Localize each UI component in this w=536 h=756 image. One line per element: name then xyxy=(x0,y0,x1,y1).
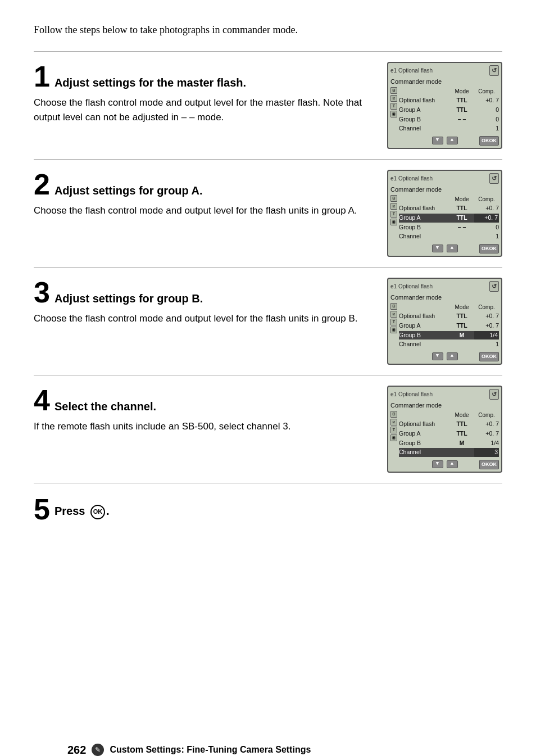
lcd-header-mode: Mode xyxy=(449,303,474,311)
lcd-topbar: e1 Optional flash↺ xyxy=(390,281,499,292)
lcd-icons-column: ⊟☑T▣ xyxy=(390,303,397,350)
lcd-back-button[interactable]: ↺ xyxy=(489,173,499,184)
footer-text: Custom Settings: Fine-Tuning Camera Sett… xyxy=(110,743,311,756)
lcd-data-row-1: Group ATTL+0. 7 xyxy=(399,214,499,223)
lcd-up-button[interactable]: ▲ xyxy=(447,460,458,468)
step-5-label: Press OK. xyxy=(50,495,110,519)
lcd-row-comp-3: 1 xyxy=(474,340,499,349)
step-4-body: If the remote flash units include an SB-… xyxy=(34,419,371,434)
lcd-row-label-3: Channel xyxy=(399,232,449,241)
lcd-icon-0: ⊟ xyxy=(390,195,397,202)
lcd-header-row: ModeComp. xyxy=(399,303,499,311)
lcd-row-mode-0: TTL xyxy=(449,312,474,321)
lcd-row-label-1: Group A xyxy=(399,322,449,331)
lcd-row-comp-3: 3 xyxy=(474,448,499,457)
lcd-back-button[interactable]: ↺ xyxy=(489,389,499,400)
lcd-tab-label: e1 Optional flash xyxy=(390,390,433,399)
lcd-data-row-2: Group BM1/4 xyxy=(399,331,499,340)
ok-button-icon: OK xyxy=(90,505,105,519)
lcd-data-row-1: Group ATTL+0. 7 xyxy=(399,322,499,331)
lcd-header-comp.: Comp. xyxy=(474,195,499,203)
lcd-row-mode-2: M xyxy=(449,439,474,448)
lcd-icon-1: ☑ xyxy=(390,203,397,210)
lcd-icon-2: T xyxy=(390,427,397,433)
lcd-tab-label: e1 Optional flash xyxy=(390,174,433,183)
lcd-icon-3: ▣ xyxy=(390,111,397,117)
lcd-title: Commander mode xyxy=(390,293,499,302)
lcd-topbar: e1 Optional flash↺ xyxy=(390,173,499,184)
lcd-row-comp-1: +0. 7 xyxy=(474,214,499,223)
lcd-row-comp-2: 0 xyxy=(474,223,499,232)
lcd-down-button[interactable]: ▼ xyxy=(432,352,443,360)
lcd-title: Commander mode xyxy=(390,77,499,87)
lcd-row-label-0: Optional flash xyxy=(399,204,449,213)
lcd-up-button[interactable]: ▲ xyxy=(447,245,458,252)
step-4-title: Select the channel. xyxy=(50,391,156,415)
step-3-number: 3 xyxy=(34,278,50,307)
pencil-icon xyxy=(92,744,104,756)
step-2-body: Choose the flash control mode and output… xyxy=(34,203,371,218)
lcd-header-comp.: Comp. xyxy=(474,87,499,96)
lcd-row-mode-2: – – xyxy=(449,115,474,124)
lcd-topbar: e1 Optional flash↺ xyxy=(390,389,499,400)
step-5-number: 5 xyxy=(34,495,50,524)
lcd-header-comp.: Comp. xyxy=(474,303,499,311)
lcd-header-mode: Mode xyxy=(449,195,474,203)
intro-text: Follow the steps below to take photograp… xyxy=(34,22,502,38)
lcd-header-mode: Mode xyxy=(449,411,474,419)
lcd-ok-button[interactable]: OKOK xyxy=(479,244,499,254)
lcd-icon-0: ⊟ xyxy=(390,411,397,418)
lcd-icon-0: ⊟ xyxy=(390,303,397,310)
lcd-header-comp.: Comp. xyxy=(474,411,499,419)
step-4-left: 4Select the channel.If the remote flash … xyxy=(34,386,371,434)
lcd-row-mode-2: M xyxy=(449,331,474,340)
lcd-title: Commander mode xyxy=(390,401,499,410)
lcd-row-comp-2: 1/4 xyxy=(474,331,499,340)
lcd-row-label-2: Group B xyxy=(399,223,449,232)
lcd-up-button[interactable]: ▲ xyxy=(447,352,458,360)
lcd-ok-button[interactable]: OKOK xyxy=(479,460,499,470)
lcd-back-button[interactable]: ↺ xyxy=(489,281,499,292)
lcd-row-label-1: Group A xyxy=(399,214,449,223)
lcd-row-label-2: Group B xyxy=(399,115,449,124)
lcd-row-label-3: Channel xyxy=(399,340,449,349)
lcd-ok-button[interactable]: OKOK xyxy=(479,352,499,362)
step-1-title: Adjust settings for the master flash. xyxy=(50,67,246,91)
lcd-icon-1: ☑ xyxy=(390,419,397,425)
lcd-icon-1: ☑ xyxy=(390,311,397,318)
lcd-data-row-3: Channel3 xyxy=(399,448,499,457)
lcd-down-button[interactable]: ▼ xyxy=(432,245,443,252)
lcd-row-label-2: Group B xyxy=(399,331,449,340)
lcd-data-row-1: Group ATTL0 xyxy=(399,106,499,115)
lcd-row-label-2: Group B xyxy=(399,439,449,448)
lcd-data-row-2: Group B– –0 xyxy=(399,115,499,124)
step-1-section: 1Adjust settings for the master flash.Ch… xyxy=(34,52,502,160)
lcd-row-mode-1: TTL xyxy=(449,106,474,115)
step-2-lcd: e1 Optional flash↺Commander mode⊟☑T▣Mode… xyxy=(384,170,502,257)
lcd-tab-label: e1 Optional flash xyxy=(390,282,433,291)
lcd-down-button[interactable]: ▼ xyxy=(432,460,443,468)
lcd-row-comp-1: 0 xyxy=(474,106,499,115)
lcd-row-comp-2: 1/4 xyxy=(474,439,499,448)
lcd-data-row-0: Optional flashTTL+0. 7 xyxy=(399,312,499,321)
lcd-down-button[interactable]: ▼ xyxy=(432,137,443,144)
lcd-icons-column: ⊟☑T▣ xyxy=(390,195,397,242)
lcd-icon-1: ☑ xyxy=(390,95,397,102)
lcd-data-row-3: Channel1 xyxy=(399,340,499,349)
lcd-row-label-1: Group A xyxy=(399,429,449,438)
lcd-up-button[interactable]: ▲ xyxy=(447,137,458,144)
lcd-ok-button[interactable]: OKOK xyxy=(479,136,499,146)
lcd-row-comp-0: +0. 7 xyxy=(474,420,499,429)
step-4-section: 4Select the channel.If the remote flash … xyxy=(34,375,502,483)
step-4-lcd: e1 Optional flash↺Commander mode⊟☑T▣Mode… xyxy=(384,386,502,473)
lcd-data-row-2: Group B– –0 xyxy=(399,223,499,232)
lcd-icon-3: ▣ xyxy=(390,327,397,333)
step-2-title: Adjust settings for group A. xyxy=(50,175,203,199)
lcd-data-row-2: Group BM1/4 xyxy=(399,439,499,448)
lcd-back-button[interactable]: ↺ xyxy=(489,65,499,76)
lcd-icon-2: T xyxy=(390,103,397,110)
lcd-icons-column: ⊟☑T▣ xyxy=(390,411,397,458)
lcd-data-row-0: Optional flashTTL+0. 7 xyxy=(399,96,499,105)
lcd-row-comp-0: +0. 7 xyxy=(474,204,499,213)
lcd-data-row-3: Channel1 xyxy=(399,124,499,133)
